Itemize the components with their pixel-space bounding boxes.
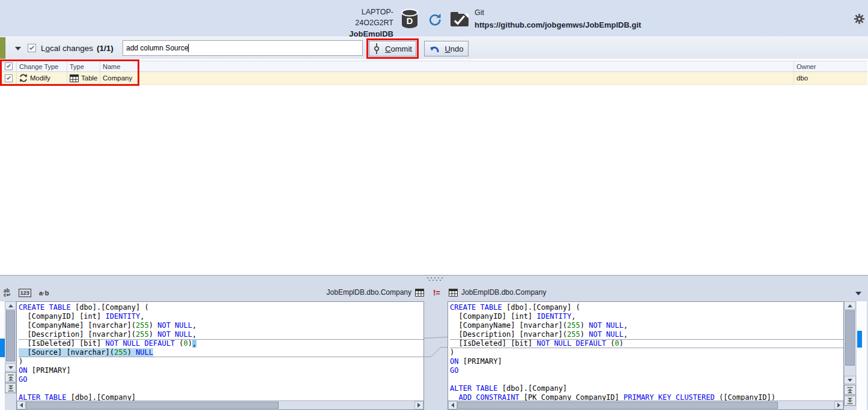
scrollbar-track[interactable]	[5, 393, 16, 410]
label-part: L	[41, 44, 46, 53]
code-token: ON	[19, 366, 27, 375]
scroll-left-button[interactable]	[17, 401, 26, 409]
commit-comment-input[interactable]: add column Source	[123, 40, 363, 56]
changes-count: (1/1)	[97, 44, 114, 53]
previous-difference-button[interactable]	[5, 372, 16, 382]
scroll-down-button[interactable]	[844, 376, 856, 384]
code-token: [CompanyID] [int]	[19, 312, 106, 321]
scrollbar-track[interactable]	[5, 310, 16, 363]
code-line: ADD CONSTRAINT [PK_Company_CompanyID] PR…	[450, 393, 843, 400]
scrollbar-thumb[interactable]	[26, 402, 279, 409]
code-line: [Source] [nvarchar](255) NULL	[19, 348, 423, 357]
code-line: )	[450, 348, 843, 357]
code-line: [CompanyID] [int] IDENTITY,	[450, 312, 843, 321]
diff-marker[interactable]	[857, 331, 862, 348]
code-token: [dbo].[Company]	[66, 393, 136, 400]
next-difference-button[interactable]	[5, 383, 16, 393]
code-token: ,	[192, 321, 196, 330]
row-spacer-cell	[139, 72, 794, 84]
code-line: ON [PRIMARY]	[19, 366, 423, 375]
grid-header-row: Change Type Type Name Owner	[1, 61, 867, 72]
local-changes-checkbox[interactable]	[28, 44, 36, 52]
scrollbar-thumb[interactable]	[457, 402, 778, 409]
right-horizontal-scrollbar[interactable]	[448, 400, 843, 409]
diff-marker[interactable]	[0, 339, 5, 357]
prev-diff-icon	[7, 374, 14, 381]
scrollbar-track[interactable]	[26, 401, 414, 409]
line-numbers-icon[interactable]: 123	[19, 289, 31, 297]
word-wrap-icon[interactable]: ab c↵	[4, 289, 11, 298]
settings-gear-icon[interactable]	[854, 13, 865, 25]
scrollbar-track[interactable]	[844, 406, 856, 410]
code-token: NOT NULL	[157, 321, 192, 330]
column-header-type[interactable]: Type	[67, 61, 100, 71]
code-token: 255	[136, 330, 149, 339]
modify-refresh-icon	[19, 74, 28, 82]
scroll-right-button[interactable]	[414, 401, 423, 409]
local-changes-label: Local changes(1/1)	[41, 44, 114, 53]
right-pane-title: JobEmplDB.dbo.Company	[461, 288, 546, 297]
chevron-down-icon[interactable]	[855, 292, 861, 295]
code-token: [PRIMARY]	[458, 357, 502, 366]
row-checkbox[interactable]	[5, 74, 13, 82]
select-all-checkbox[interactable]	[5, 62, 13, 70]
refresh-icon[interactable]	[428, 13, 442, 26]
owner-cell: dbo	[794, 72, 867, 84]
whitespace-icon[interactable]: a·b	[39, 289, 49, 297]
left-code-content: CREATE TABLE [dbo].[Company] ( [CompanyI…	[17, 302, 423, 400]
text-caret	[188, 44, 189, 52]
changes-grid: Change Type Type Name Owner Modify	[0, 59, 868, 275]
scroll-right-button[interactable]	[834, 401, 843, 409]
triangle-up-icon	[8, 304, 13, 307]
chevron-down-icon[interactable]	[15, 47, 21, 50]
code-line: ON [PRIMARY]	[450, 357, 843, 366]
scrollbar-thumb[interactable]	[6, 310, 15, 361]
code-token: GO	[19, 375, 27, 384]
scrollbar-thumb[interactable]	[845, 310, 855, 366]
code-token: )	[127, 348, 136, 357]
next-diff-icon	[7, 385, 14, 392]
code-token: ([CompanyID])	[715, 393, 775, 400]
code-line-text: [CompanyID] [int] IDENTITY,	[19, 312, 145, 321]
code-token: NOT NULL DEFAULT	[106, 339, 175, 348]
scroll-left-button[interactable]	[448, 401, 457, 409]
column-header-name[interactable]: Name	[100, 61, 139, 71]
right-diff-map[interactable]	[857, 301, 867, 410]
code-line-text: [IsDeleted] [bit] NOT NULL DEFAULT (0),	[19, 339, 196, 348]
left-vertical-scrollbar[interactable]	[5, 301, 16, 410]
right-vertical-scrollbar[interactable]	[844, 301, 856, 410]
check-mark-icon	[29, 45, 34, 50]
code-line-text: [CompanyID] [int] IDENTITY,	[450, 312, 576, 321]
code-token: )	[149, 321, 157, 330]
previous-difference-button[interactable]	[844, 385, 856, 395]
code-token: NOT NULL	[157, 330, 192, 339]
commit-button[interactable]: Commit	[369, 41, 416, 56]
code-line: [IsDeleted] [bit] NOT NULL DEFAULT (0),	[19, 339, 423, 348]
right-code-editor[interactable]: CREATE TABLE [dbo].[Company] ( [CompanyI…	[448, 301, 844, 410]
code-token: NOT NULL	[589, 321, 624, 330]
code-line-text: [CompanyName] [nvarchar](255) NOT NULL,	[19, 321, 196, 330]
left-horizontal-scrollbar[interactable]	[17, 400, 423, 409]
code-line-text: ALTER TABLE [dbo].[Company]	[450, 384, 567, 393]
scrollbar-track[interactable]	[457, 401, 834, 409]
code-token: ALTER TABLE	[450, 384, 497, 393]
column-header-change-type[interactable]: Change Type	[17, 61, 67, 71]
row-select-cell	[1, 72, 17, 84]
splitter-grip[interactable]	[427, 277, 448, 282]
table-row[interactable]: Modify Table Company dbo	[1, 72, 867, 85]
left-code-editor[interactable]: CREATE TABLE [dbo].[Company] ( [CompanyI…	[16, 301, 424, 410]
column-header-owner[interactable]: Owner	[794, 61, 867, 71]
code-token: [Description] [nvarchar](	[450, 330, 567, 339]
scrollbar-track[interactable]	[844, 310, 856, 376]
scroll-up-button[interactable]	[5, 301, 16, 310]
undo-button[interactable]: Undo	[424, 41, 469, 56]
left-diff-map[interactable]	[0, 301, 5, 410]
scroll-up-button[interactable]	[844, 301, 856, 310]
scroll-down-button[interactable]	[5, 363, 16, 372]
triangle-down-icon	[8, 366, 13, 369]
code-token: 255	[136, 321, 149, 330]
code-token: CREATE TABLE	[19, 303, 71, 312]
code-token: 0	[184, 339, 188, 348]
code-line: [CompanyName] [nvarchar](255) NOT NULL,	[450, 321, 843, 330]
next-difference-button[interactable]	[844, 396, 856, 406]
